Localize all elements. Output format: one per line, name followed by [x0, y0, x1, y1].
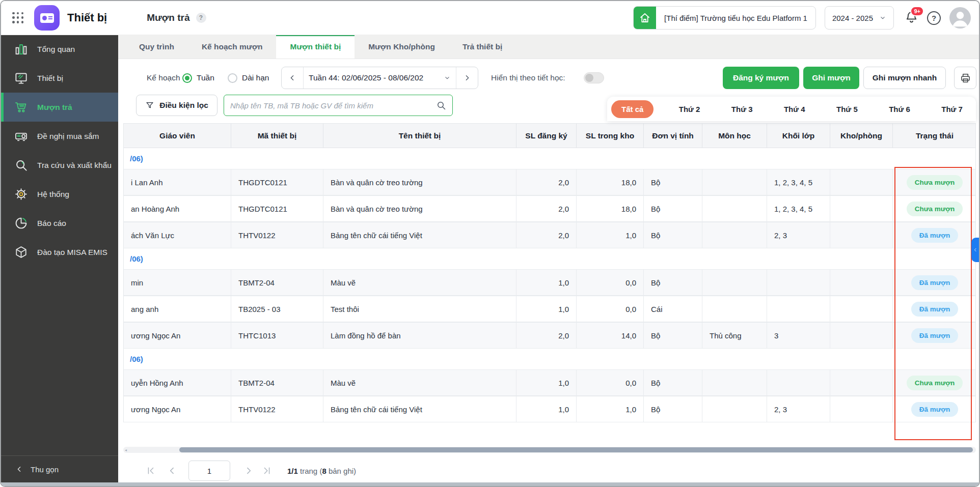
radio-week-label: Tuần — [197, 73, 214, 82]
sidebar-item-de-nghi-mua-sam[interactable]: Đề nghị mua sắm — [1, 122, 118, 151]
sidebar-item-tong-quan[interactable]: Tổng quan — [1, 35, 118, 64]
record-borrow-button[interactable]: Ghi mượn — [803, 67, 859, 89]
quick-record-borrow-button[interactable]: Ghi mượn nhanh — [863, 67, 946, 89]
sidebar-collapse-button[interactable]: Thu gọn — [1, 455, 118, 482]
search-input[interactable] — [229, 101, 432, 110]
week-selector-value: Tuần 44: 02/06/2025 - 08/06/202 — [309, 73, 444, 82]
table-row[interactable]: ương Ngọc AnTHTC1013Làm đồng hồ để bàn2,… — [124, 322, 975, 349]
tab-ke-hoach-muon[interactable]: Kế hoạch mượn — [188, 35, 277, 59]
first-page-button[interactable] — [146, 466, 156, 476]
scrollbar-thumb[interactable] — [179, 447, 973, 452]
sidebar-item-thiet-bi[interactable]: Thiết bị — [1, 64, 118, 93]
school-year-selector[interactable]: 2024 - 2025 — [825, 6, 894, 30]
week-selector[interactable]: Tuần 44: 02/06/2025 - 08/06/202 — [304, 67, 456, 89]
day-tab-thu-5[interactable]: Thứ 5 — [830, 100, 864, 118]
filter-button-label: Điều kiện lọc — [159, 101, 208, 110]
day-tab-thu-3[interactable]: Thứ 3 — [725, 100, 759, 118]
table-row[interactable]: ách Văn LựcTHTV0122Bảng tên chữ cái tiến… — [124, 222, 975, 248]
home-icon — [634, 7, 656, 29]
radio-longterm[interactable]: Dài hạn — [228, 67, 269, 89]
day-tab-thu-2[interactable]: Thứ 2 — [673, 100, 706, 118]
search-icon[interactable] — [436, 100, 446, 110]
last-page-button[interactable] — [262, 466, 272, 476]
cell-room — [830, 196, 893, 221]
sidebar-item-muon-tra[interactable]: Mượn trả — [1, 93, 118, 122]
tab-quy-trinh[interactable]: Quy trình — [125, 35, 188, 59]
sidebar-item-he-thong[interactable]: Hệ thống — [1, 180, 118, 209]
group-date-link[interactable]: /06) — [130, 355, 143, 363]
apps-grid-icon[interactable] — [12, 12, 24, 24]
next-week-button[interactable] — [456, 67, 478, 89]
cube-icon — [14, 245, 28, 259]
sidebar-item-label: Đào tạo MISA EMIS — [37, 248, 107, 257]
chevron-left-icon — [15, 465, 23, 473]
table-row[interactable]: ương Ngọc AnTHTV0122Bảng tên chữ cái tiế… — [124, 396, 975, 422]
app-window: Thiết bị Mượn trả ? [Thí điểm] Trường ti… — [0, 0, 980, 487]
table-row[interactable]: uyễn Hồng AnhTBMT2-04Màu vẽ1,00,0BộChưa … — [124, 369, 975, 396]
sidebar-item-tra-cuu-va-xuat-khau[interactable]: Tra cứu và xuất khẩu — [1, 151, 118, 180]
pagination-count: 8 — [322, 467, 326, 475]
cell-room — [830, 222, 893, 248]
notifications-button[interactable]: 9+ — [905, 10, 918, 26]
filter-conditions-button[interactable]: Điều kiện lọc — [136, 95, 217, 116]
table-row[interactable]: minTBMT2-04Màu vẽ1,00,0BộĐã mượn — [124, 269, 975, 296]
cell-teacher: ương Ngọc An — [124, 323, 231, 348]
day-tab-tat-ca[interactable]: Tất cả — [611, 100, 654, 118]
radio-week[interactable]: Tuần — [182, 67, 214, 89]
avatar[interactable] — [949, 7, 971, 28]
cell-subject: Thủ công — [702, 323, 767, 348]
day-tab-thu-6[interactable]: Thứ 6 — [883, 100, 916, 118]
sidebar-item-dao-tao-misa-emis[interactable]: Đào tạo MISA EMIS — [1, 238, 118, 267]
column-header: Tên thiết bị — [323, 124, 516, 148]
cell-qty: 2,0 — [516, 222, 577, 248]
pagination-pages: 1/1 — [287, 467, 298, 475]
table-row[interactable]: an Hoàng AnhTHGDTC0121Bàn và quân cờ tre… — [124, 195, 975, 222]
chevron-left-icon — [288, 74, 296, 82]
register-borrow-button[interactable]: Đăng ký mượn — [723, 67, 799, 89]
day-tab-thu-4[interactable]: Thứ 4 — [778, 100, 811, 118]
sidebar-item-bao-cao[interactable]: Báo cáo — [1, 209, 118, 238]
pagination: 1/1 trang (8 bản ghi) — [123, 460, 356, 481]
tab-muon-kho-phong[interactable]: Mượn Kho/phòng — [355, 35, 449, 59]
day-tab-thu-7[interactable]: Thứ 7 — [935, 100, 969, 118]
cell-qty: 1,0 — [516, 396, 577, 422]
cell-stock: 1,0 — [577, 222, 644, 248]
period-toggle[interactable] — [584, 72, 604, 83]
page-input[interactable] — [188, 461, 230, 481]
next-page-button[interactable] — [243, 466, 254, 476]
cell-subject — [702, 196, 767, 221]
cell-unit: Bộ — [644, 222, 702, 248]
group-date-link[interactable]: /06) — [130, 254, 143, 263]
app-name: Thiết bị — [67, 11, 107, 24]
app-logo-icon[interactable] — [34, 5, 60, 31]
cell-teacher: ương Ngọc An — [124, 396, 231, 422]
cell-status: Đã mượn — [893, 222, 976, 248]
tab-muon-thiet-bi[interactable]: Mượn thiết bị — [276, 35, 355, 59]
sidebar-item-label: Thiết bị — [37, 74, 63, 83]
cell-subject — [702, 222, 767, 248]
previous-page-button[interactable] — [167, 466, 177, 476]
sidebar-item-label: Đề nghị mua sắm — [37, 132, 99, 141]
controls-row: Kế hoạch Tuần Dài hạn Tuần 44: 02/06/202… — [118, 67, 979, 89]
table-row[interactable]: i Lan AnhTHGDTC0121Bàn và quân cờ treo t… — [124, 169, 975, 195]
page-help-icon[interactable]: ? — [196, 13, 206, 23]
scrollbar-left-arrow[interactable]: ◂ — [125, 448, 127, 452]
cell-room — [830, 296, 893, 322]
column-header: Kho/phòng — [830, 124, 893, 148]
group-row: /06) — [124, 349, 975, 369]
group-date-link[interactable]: /06) — [130, 154, 143, 163]
tab-tra-thiet-bi[interactable]: Trả thiết bị — [449, 35, 516, 59]
cell-status: Đã mượn — [893, 296, 976, 322]
status-badge: Chưa mượn — [907, 175, 963, 190]
previous-week-button[interactable] — [282, 67, 304, 89]
column-header: Mã thiết bị — [231, 124, 323, 148]
expand-panel-handle[interactable] — [971, 238, 979, 262]
table-row[interactable]: ang anhTB2025 - 03Test thôi1,00,0CáiĐã m… — [124, 296, 975, 322]
print-button[interactable] — [954, 67, 976, 89]
help-icon[interactable]: ? — [927, 11, 941, 25]
horizontal-scrollbar[interactable]: ◂ — [123, 447, 976, 453]
cell-unit: Bộ — [644, 169, 702, 195]
cart-icon — [14, 100, 28, 114]
school-selector[interactable]: [Thí điểm] Trường tiểu học Edu Platform … — [633, 6, 816, 30]
cell-teacher: an Hoàng Anh — [124, 196, 231, 221]
